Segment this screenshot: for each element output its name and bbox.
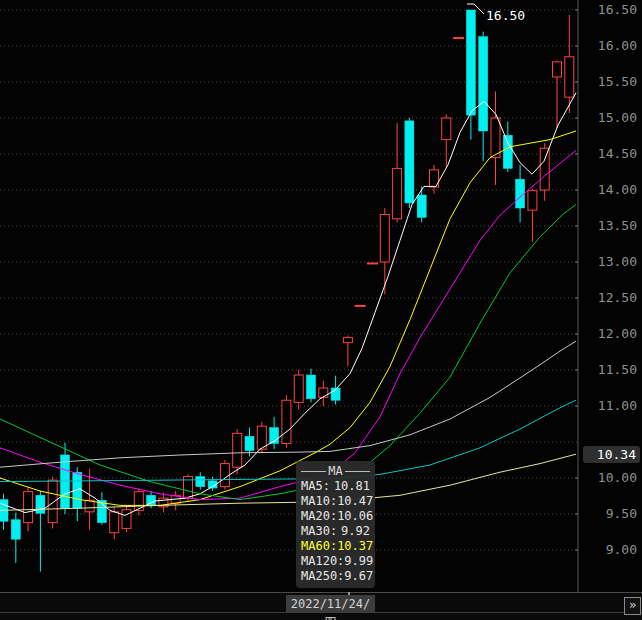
candle[interactable] bbox=[405, 118, 414, 208]
ma-row-value: 9.67 bbox=[344, 569, 373, 584]
ma-row-label: MA30: bbox=[301, 524, 337, 539]
ma-tooltip-row: MA250:9.67 bbox=[301, 569, 370, 584]
candle[interactable] bbox=[479, 32, 488, 162]
candle[interactable] bbox=[466, 10, 475, 140]
header-dash-right bbox=[345, 471, 370, 472]
candle[interactable] bbox=[294, 370, 303, 410]
y-axis-label: 12.50 bbox=[598, 290, 637, 305]
ma-tooltip-row: MA10:10.47 bbox=[301, 494, 370, 509]
y-axis-label: 16.00 bbox=[598, 38, 637, 53]
ma-line-ma30 bbox=[0, 204, 576, 499]
y-axis-label: 9.50 bbox=[606, 506, 637, 521]
y-axis-label: 15.00 bbox=[598, 110, 637, 125]
candle[interactable] bbox=[245, 428, 254, 457]
candle[interactable] bbox=[122, 505, 131, 532]
y-axis-label: 16.50 bbox=[598, 2, 637, 17]
ma-row-label: MA5: bbox=[301, 479, 330, 494]
y-axis-label: 9.00 bbox=[606, 542, 637, 557]
y-axis-label: 10.00 bbox=[598, 470, 637, 485]
candle[interactable] bbox=[11, 513, 20, 563]
ma-tooltip-row: MA5:10.81 bbox=[301, 479, 370, 494]
candle[interactable] bbox=[417, 186, 426, 222]
candle[interactable] bbox=[393, 123, 402, 222]
ma-row-value: 10.06 bbox=[337, 509, 373, 524]
ma-tooltip-title: MA bbox=[326, 464, 344, 478]
candle[interactable] bbox=[97, 492, 106, 524]
ma-row-label: MA60: bbox=[301, 539, 337, 554]
candle[interactable] bbox=[73, 467, 82, 521]
bottom-bar: 2022/11/24/四 » bbox=[0, 592, 642, 620]
y-axis-label: 11.00 bbox=[598, 398, 637, 413]
ma-row-value: 10.37 bbox=[337, 539, 373, 554]
ma-row-label: MA120: bbox=[301, 554, 344, 569]
price-marker: 10.34 bbox=[583, 446, 640, 463]
ma-tooltip-row: MA60:10.37 bbox=[301, 539, 370, 554]
peak-annotation-label: 16.50 bbox=[486, 9, 525, 22]
ma-tooltip-row: MA30:9.92 bbox=[301, 524, 370, 539]
y-axis-label: 15.50 bbox=[598, 74, 637, 89]
expand-button[interactable]: » bbox=[624, 597, 641, 615]
y-axis-label: 11.50 bbox=[598, 362, 637, 377]
candle[interactable] bbox=[516, 165, 525, 223]
ma-tooltip: MA MA5:10.81MA10:10.47MA20:10.06MA30:9.9… bbox=[296, 461, 375, 588]
ma-row-value: 9.99 bbox=[344, 554, 373, 569]
candle[interactable] bbox=[282, 395, 291, 448]
ma-line-ma20 bbox=[0, 150, 576, 499]
candle[interactable] bbox=[24, 487, 33, 532]
candle[interactable] bbox=[319, 381, 328, 406]
ma-tooltip-row: MA120:9.99 bbox=[301, 554, 370, 569]
stock-chart-app: 16.5016.0015.5015.0014.5014.0013.5013.00… bbox=[0, 0, 642, 620]
ma-row-label: MA10: bbox=[301, 494, 337, 509]
candle[interactable] bbox=[0, 494, 8, 530]
ma-tooltip-header: MA bbox=[301, 464, 370, 478]
candle[interactable] bbox=[134, 489, 143, 516]
candle[interactable] bbox=[159, 492, 168, 512]
candle[interactable] bbox=[270, 417, 279, 449]
candle[interactable] bbox=[36, 491, 45, 572]
candle[interactable] bbox=[196, 472, 205, 489]
y-axis-label: 13.50 bbox=[598, 218, 637, 233]
ma-row-value: 10.81 bbox=[334, 479, 370, 494]
candle[interactable] bbox=[307, 369, 316, 403]
ma-line-ma10 bbox=[0, 131, 576, 505]
y-axis-label: 13.00 bbox=[598, 254, 637, 269]
ma-row-value: 9.92 bbox=[341, 524, 370, 539]
candle[interactable] bbox=[171, 491, 180, 510]
ma-row-value: 10.47 bbox=[337, 494, 373, 509]
candle[interactable] bbox=[491, 91, 500, 185]
candle[interactable] bbox=[430, 165, 439, 194]
candle[interactable] bbox=[220, 460, 229, 490]
crosshair-date-label: 2022/11/24/四 bbox=[286, 595, 375, 613]
candle[interactable] bbox=[343, 335, 352, 366]
y-axis-label: 12.00 bbox=[598, 326, 637, 341]
candle[interactable] bbox=[528, 189, 537, 242]
header-dash-left bbox=[301, 471, 326, 472]
ma-row-label: MA20: bbox=[301, 509, 337, 524]
candle[interactable] bbox=[380, 208, 389, 294]
y-axis-label: 14.50 bbox=[598, 146, 637, 161]
ma-row-label: MA250: bbox=[301, 569, 344, 584]
ma-tooltip-row: MA20:10.06 bbox=[301, 509, 370, 524]
y-axis-label: 14.00 bbox=[598, 182, 637, 197]
candle[interactable] bbox=[61, 443, 70, 514]
